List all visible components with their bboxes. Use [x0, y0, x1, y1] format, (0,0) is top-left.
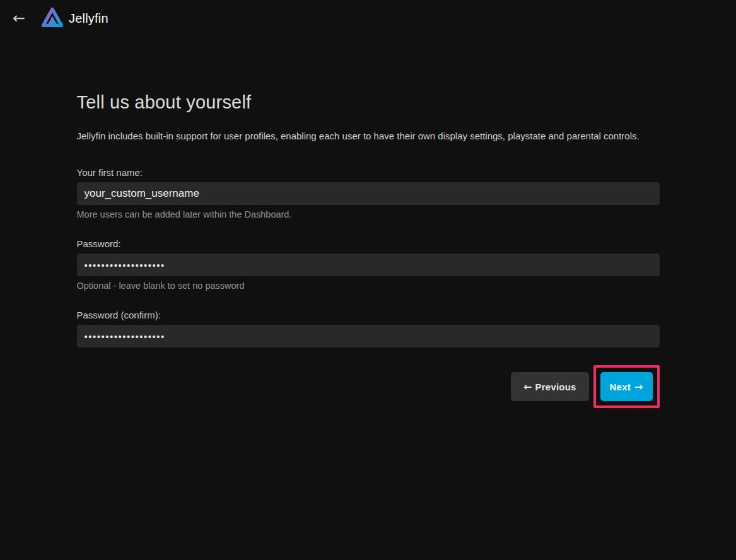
password-helper-text: Optional - leave blank to set no passwor…	[77, 281, 660, 291]
password-input[interactable]	[77, 254, 660, 276]
next-button-label: Next	[610, 382, 631, 392]
password-confirm-label: Password (confirm):	[77, 310, 660, 320]
password-field-group: Password: Optional - leave blank to set …	[77, 238, 660, 291]
previous-button[interactable]: ← Previous	[511, 372, 589, 401]
first-name-field-group: Your first name: More users can be added…	[77, 167, 660, 219]
top-bar: ← Jellyfin	[0, 0, 736, 37]
jellyfin-wordmark: Jellyfin	[69, 11, 108, 26]
back-button[interactable]: ←	[6, 6, 32, 31]
password-label: Password:	[77, 238, 660, 249]
arrow-left-icon: ←	[523, 381, 532, 393]
password-confirm-field-group: Password (confirm):	[77, 310, 660, 347]
first-name-label: Your first name:	[77, 167, 660, 178]
jellyfin-logo-icon	[40, 6, 64, 30]
wizard-buttons-row: ← Previous Next →	[77, 365, 660, 408]
first-name-input[interactable]	[77, 182, 660, 205]
setup-wizard-page: Tell us about yourself Jellyfin includes…	[77, 92, 660, 408]
page-description: Jellyfin includes built-in support for u…	[77, 131, 660, 141]
back-arrow-icon: ←	[13, 9, 25, 27]
page-title: Tell us about yourself	[77, 92, 660, 113]
previous-button-label: Previous	[535, 382, 576, 392]
password-confirm-input[interactable]	[77, 325, 660, 347]
next-button[interactable]: Next →	[600, 372, 653, 401]
arrow-right-icon: →	[634, 381, 643, 393]
next-button-highlight-box: Next →	[593, 365, 660, 408]
jellyfin-logo: Jellyfin	[40, 6, 108, 30]
first-name-helper-text: More users can be added later within the…	[77, 209, 660, 219]
